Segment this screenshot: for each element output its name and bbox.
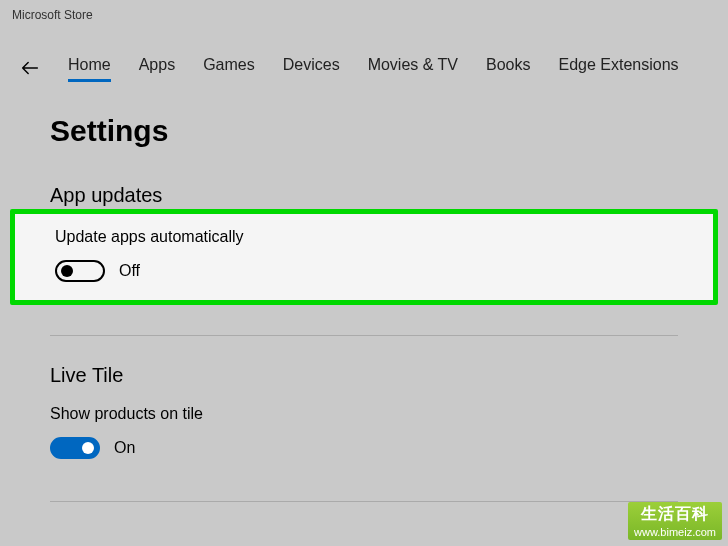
nav-bar: Home Apps Games Devices Movies & TV Book… — [0, 48, 728, 88]
watermark-line1: 生活百科 — [634, 504, 716, 525]
tab-movies-tv[interactable]: Movies & TV — [368, 56, 458, 80]
arrow-left-icon — [19, 57, 41, 79]
tab-devices[interactable]: Devices — [283, 56, 340, 80]
show-products-state: On — [114, 439, 135, 457]
update-auto-label: Update apps automatically — [55, 228, 673, 246]
show-products-label: Show products on tile — [50, 405, 678, 423]
highlighted-setting: Update apps automatically Off — [10, 209, 718, 305]
setting-show-products: Show products on tile On — [50, 405, 678, 481]
content-area: Settings App updates Live Tile Show prod… — [0, 114, 728, 502]
nav-tabs: Home Apps Games Devices Movies & TV Book… — [68, 56, 679, 80]
toggle-knob — [61, 265, 73, 277]
tab-edge-extensions[interactable]: Edge Extensions — [559, 56, 679, 80]
watermark: 生活百科 www.bimeiz.com — [628, 502, 722, 540]
tab-home[interactable]: Home — [68, 56, 111, 80]
watermark-line2: www.bimeiz.com — [634, 525, 716, 539]
tab-games[interactable]: Games — [203, 56, 255, 80]
section-heading-live-tile: Live Tile — [50, 364, 678, 387]
toggle-knob — [82, 442, 94, 454]
window-title: Microsoft Store — [0, 0, 728, 30]
page-title: Settings — [50, 114, 678, 148]
section-heading-app-updates: App updates — [50, 184, 678, 207]
tab-books[interactable]: Books — [486, 56, 530, 80]
divider — [50, 335, 678, 336]
update-auto-toggle[interactable] — [55, 260, 105, 282]
update-auto-state: Off — [119, 262, 140, 280]
back-button[interactable] — [10, 48, 50, 88]
show-products-toggle[interactable] — [50, 437, 100, 459]
tab-apps[interactable]: Apps — [139, 56, 175, 80]
divider — [50, 501, 678, 502]
